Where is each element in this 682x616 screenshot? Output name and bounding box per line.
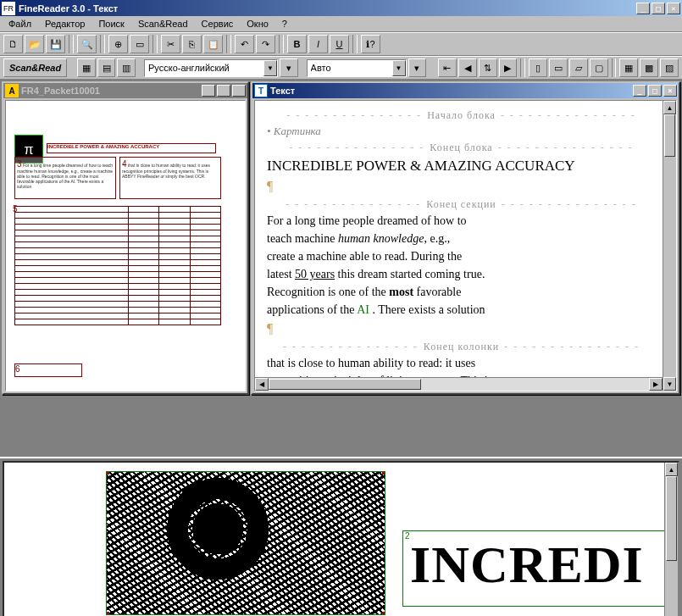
layout-button-1[interactable]: ▯ [529,58,547,77]
child-minimize-button[interactable]: _ [633,85,646,97]
lang-extra-button[interactable]: ▾ [280,58,298,77]
layout-button-3[interactable]: ▱ [569,58,588,77]
layout-button-2[interactable]: ▭ [549,58,568,77]
child-close-button[interactable]: × [663,85,677,97]
layout-button-4[interactable]: ▢ [590,58,608,77]
zoom-vertical-scrollbar[interactable]: ▲ ▼ [664,463,678,616]
text-window-body[interactable]: Начало блока • Картинка Конец блока INCR… [254,100,677,391]
preview-heading-region[interactable]: INCREDIBLE POWER & AMAZING ACCURACY [47,143,216,153]
zoom-button[interactable]: ⊕ [108,35,128,53]
underline-button[interactable]: U [330,35,349,53]
menu-editor[interactable]: Редактор [38,17,91,31]
language-combo[interactable]: ▼ [144,59,278,77]
scroll-down-icon[interactable]: ▼ [663,377,676,391]
paste-button[interactable]: 📋 [203,35,223,53]
zoom-image-region[interactable] [106,471,385,615]
zoom-text-region[interactable]: 2 INCREDI [402,530,665,607]
marker-block-start: Начало блока [267,108,656,123]
scan-preview-body[interactable]: π INCREDIBLE POWER & AMAZING ACCURACY 3 … [5,100,246,391]
child-close-button[interactable]: × [232,85,246,97]
app-titlebar: FR FineReader 3.0 - Текст _ □ × [0,0,682,16]
bold-button[interactable]: B [287,35,307,53]
italic-button[interactable]: I [308,35,328,53]
grid-button-3[interactable]: ▨ [660,58,679,77]
horizontal-scrollbar[interactable]: ◀ ▶ [255,377,663,391]
separator [352,35,358,53]
style-extra-button[interactable]: ▾ [408,58,427,77]
new-button[interactable]: 🗋 [3,35,23,53]
block-number-5: 5 [13,204,18,214]
open-button[interactable]: 📂 [25,35,44,53]
menu-scanread[interactable]: Scan&Read [131,17,195,31]
preview-text-region-2[interactable]: 4 that is close to human ability to read… [119,157,221,199]
resize-handle[interactable] [382,471,385,474]
style-combo-dropdown-icon[interactable]: ▼ [392,60,406,76]
scan-preview-window[interactable]: A FR4_Packet10001 _ □ × π INCREDIBLE POW… [2,81,249,395]
resize-handle[interactable] [106,612,109,615]
scroll-up-icon[interactable]: ▲ [665,463,678,476]
scroll-up-icon[interactable]: ▲ [663,101,676,114]
thumb-button-1[interactable]: ▦ [77,58,96,77]
language-combo-value[interactable] [145,63,263,73]
copy-button[interactable]: ⎘ [182,35,202,53]
save-button[interactable]: 💾 [46,35,65,53]
scroll-thumb[interactable] [664,114,675,157]
preview-table-region[interactable]: 5 [14,206,221,325]
scroll-right-icon[interactable]: ▶ [649,378,663,391]
scan-preview-titlebar[interactable]: A FR4_Packet10001 _ □ × [3,83,247,98]
redo-button[interactable]: ↷ [256,35,275,53]
zoom-body[interactable]: 2 INCREDI ◀ ▶ ▲ ▼ [3,461,679,616]
preview-text-region-1[interactable]: 3 For a long time people dreamed of how … [14,157,116,199]
cut-button[interactable]: ✂ [161,35,180,53]
thumb-button-3[interactable]: ▥ [117,58,136,77]
scroll-thumb[interactable] [666,476,677,561]
style-combo[interactable]: ▼ [307,59,407,77]
maximize-button[interactable]: □ [652,3,665,14]
undo-button[interactable]: ↶ [235,35,254,53]
text-content[interactable]: Начало блока • Картинка Конец блока INCR… [255,101,676,391]
child-maximize-button[interactable]: □ [217,85,230,97]
preview-footer-region[interactable]: 6 [14,363,82,377]
text-window[interactable]: T Текст _ □ × Начало блока • Картинка Ко… [251,81,680,395]
page-button[interactable]: ▭ [130,35,149,53]
resize-handle[interactable] [382,612,385,615]
nav-goto-button[interactable]: ⇅ [479,58,497,77]
find-button[interactable]: 🔍 [77,35,97,53]
child-minimize-button[interactable]: _ [202,85,215,97]
menu-search[interactable]: Поиск [91,17,130,31]
pilcrow-icon: ¶ [267,319,656,339]
menu-window[interactable]: Окно [240,17,275,31]
nav-next-button[interactable]: ▶ [499,58,518,77]
app-icon: FR [2,2,15,15]
close-button[interactable]: × [667,3,680,14]
app-title: FineReader 3.0 - Текст [19,3,636,14]
menu-file[interactable]: Файл [2,17,38,31]
menu-help[interactable]: ? [275,17,294,31]
text-window-titlebar[interactable]: T Текст _ □ × [252,83,679,98]
vertical-scrollbar[interactable]: ▲ ▼ [663,101,676,391]
style-combo-value[interactable] [308,63,392,73]
menu-service[interactable]: Сервис [195,17,241,31]
grid-button-1[interactable]: ▦ [619,58,638,77]
thumb-button-2[interactable]: ▤ [97,58,116,77]
preview-tiny-text-1: For a long time people dreamed of how to… [17,163,113,189]
scanread-button[interactable]: Scan&Read [3,58,67,77]
resize-handle[interactable] [106,471,109,474]
scroll-left-icon[interactable]: ◀ [255,378,269,391]
nav-prev-button[interactable]: ◀ [458,58,477,77]
recognized-heading[interactable]: INCREDIBLE POWER & AMAZING ACCURACY [267,155,656,177]
whatsthis-button[interactable]: ℹ? [361,35,380,53]
separator [100,35,105,53]
scroll-thumb-h[interactable] [269,379,421,390]
nav-first-button[interactable]: ⇤ [438,58,457,77]
minimize-button[interactable]: _ [636,3,650,14]
picture-placeholder: • Картинка [267,123,656,140]
child-maximize-button[interactable]: □ [648,85,662,97]
zoom-panel: 2 INCREDI ◀ ▶ ▲ ▼ [0,457,682,616]
recognized-paragraph-1[interactable]: For a long time people dreamed of how to… [267,212,656,319]
language-combo-dropdown-icon[interactable]: ▼ [263,60,277,76]
menubar: Файл Редактор Поиск Scan&Read Сервис Окн… [0,16,682,32]
grid-button-2[interactable]: ▩ [640,58,658,77]
marker-block-end: Конец блока [267,140,656,155]
text-window-icon: T [254,84,268,97]
